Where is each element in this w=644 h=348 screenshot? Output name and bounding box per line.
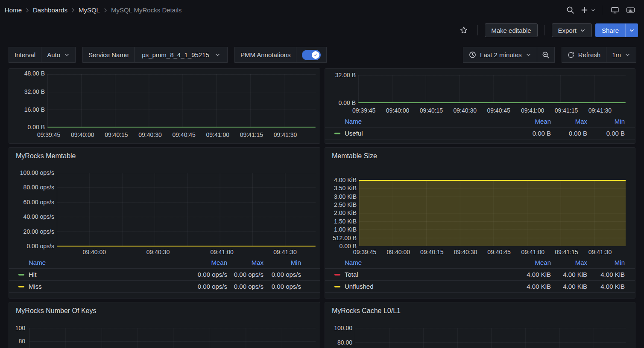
zoom-out-button[interactable] <box>537 47 555 63</box>
x-tick: 09:40:45 <box>487 107 510 114</box>
service-name-select[interactable]: ps_pmm_8_4_1_95215 <box>134 47 228 63</box>
panel-row-1: 48.00 B 32.00 B 16.00 B 0.00 B 09:39:45 … <box>9 68 635 144</box>
breadcrumb-separator-icon <box>24 7 30 13</box>
series-name[interactable]: Useful <box>345 130 363 137</box>
series-color-swatch <box>18 286 24 287</box>
panel-title[interactable]: Memtable Size <box>325 148 635 160</box>
star-icon[interactable] <box>457 23 471 37</box>
pmm-annotations-control: PMM Annotations ✓ <box>234 47 327 63</box>
series-color-swatch <box>18 274 24 276</box>
series-name[interactable]: Unflushed <box>345 283 374 290</box>
panel-title[interactable]: MyRocks Number Of Keys <box>9 302 320 315</box>
series-color-swatch <box>334 133 340 134</box>
legend-header-name[interactable]: Name <box>334 259 500 266</box>
keyboard-icon[interactable] <box>624 3 637 17</box>
panel-row-3: MyRocks Number Of Keys 100 80 MyRocks Ca… <box>9 302 635 348</box>
chevron-down-icon <box>625 52 630 58</box>
breadcrumb-dashboards[interactable]: Dashboards <box>33 6 67 14</box>
legend-header-max[interactable]: Max <box>227 259 263 266</box>
header-bar: Home Dashboards MySQL MySQL MyRocks Deta… <box>0 0 644 20</box>
y-tick: 2.00 KiB <box>334 209 357 216</box>
pmm-annotations-toggle[interactable]: ✓ <box>302 50 321 60</box>
panel-title[interactable]: MyRocks Memtable <box>9 148 320 160</box>
add-icon[interactable] <box>579 3 590 17</box>
search-icon[interactable] <box>563 3 577 17</box>
legend-row: Hit 0.00 ops/s 0.00 ops/s 0.00 ops/s <box>9 269 320 281</box>
breadcrumb-current-page: MySQL MyRocks Details <box>111 6 181 14</box>
dashboard-controls: Interval Auto Service Name ps_pmm_8_4_1_… <box>0 41 644 67</box>
series-name[interactable]: Hit <box>29 271 36 278</box>
time-range-picker[interactable]: Last 2 minutes <box>463 47 537 63</box>
y-tick: 100.00 <box>334 325 352 331</box>
chart-plot-area[interactable] <box>359 180 626 246</box>
chart-plot-area[interactable] <box>358 75 626 103</box>
x-tick: 09:40:15 <box>105 131 128 138</box>
x-axis: 09:39:45 09:40:00 09:40:15 09:40:30 09:4… <box>359 249 626 256</box>
make-editable-button[interactable]: Make editable <box>485 23 537 37</box>
chart-plot-area[interactable] <box>47 74 316 127</box>
breadcrumb-mysql[interactable]: MySQL <box>79 6 100 14</box>
panel-top-left: 48.00 B 32.00 B 16.00 B 0.00 B 09:39:45 … <box>9 68 320 144</box>
refresh-icon <box>568 52 574 58</box>
panel-title[interactable]: MyRocks Cache L0/L1 <box>325 302 635 315</box>
x-tick: 09:39:45 <box>353 249 377 255</box>
y-tick: 0.00 B <box>339 99 356 106</box>
share-dropdown-button[interactable] <box>625 23 638 37</box>
refresh-interval-select[interactable]: 1m <box>606 47 636 63</box>
legend-header-name[interactable]: Name <box>18 259 176 266</box>
pmm-annotations-label: PMM Annotations <box>234 47 297 63</box>
series-line-yellow <box>57 246 316 246</box>
legend-header: Name Mean Max Min <box>325 257 635 269</box>
panel-memtable-size: Memtable Size 4.00 KiB 3.50 KiB 3.00 KiB… <box>325 147 635 299</box>
chart-plot-area[interactable] <box>355 328 626 348</box>
x-axis: 09:39:45 09:40:00 09:40:15 09:40:30 09:4… <box>358 107 626 114</box>
x-tick: 09:39:45 <box>37 131 61 138</box>
share-button[interactable]: Share <box>595 23 625 37</box>
service-name-control: Service Name ps_pmm_8_4_1_95215 <box>82 47 228 63</box>
series-color-swatch <box>334 286 340 287</box>
monitor-icon[interactable] <box>608 3 622 17</box>
legend-header-mean[interactable]: Mean <box>176 259 227 266</box>
series-line-green <box>358 102 626 103</box>
chart-plot-area[interactable] <box>29 328 316 348</box>
panel-myrocks-cache-l0-l1: MyRocks Cache L0/L1 100.00 80.00 <box>325 302 635 348</box>
y-tick: 100 <box>15 325 25 331</box>
y-tick: 3.50 KiB <box>334 185 357 191</box>
chart-plot-area[interactable] <box>57 173 316 246</box>
y-tick: 3.00 KiB <box>334 193 357 200</box>
series-name[interactable]: Total <box>345 271 358 278</box>
series-area-yellow <box>359 180 626 246</box>
series-mean: 0.00 B <box>500 130 551 137</box>
add-menu-button[interactable] <box>579 3 596 17</box>
x-tick: 09:40:00 <box>386 107 410 114</box>
x-axis: 09:40:00 09:40:30 09:41:00 09:41:30 <box>57 249 316 256</box>
export-button[interactable]: Export <box>552 23 592 37</box>
series-mean: 4.00 KiB <box>500 271 551 278</box>
breadcrumb-home[interactable]: Home <box>5 6 22 14</box>
series-min: 0.00 ops/s <box>263 283 301 290</box>
y-axis: 100 80 <box>9 302 25 348</box>
interval-label: Interval <box>9 47 41 63</box>
series-min: 0.00 ops/s <box>263 271 301 278</box>
y-tick: 16.00 B <box>24 106 45 113</box>
x-tick: 09:39:45 <box>352 107 376 114</box>
dashboard-panels: 48.00 B 32.00 B 16.00 B 0.00 B 09:39:45 … <box>0 67 644 348</box>
header-actions <box>563 3 637 17</box>
chevron-down-icon <box>580 28 585 33</box>
legend-header-max[interactable]: Max <box>551 259 587 266</box>
legend-header-min[interactable]: Min <box>263 259 301 266</box>
y-tick: 1.00 KiB <box>334 226 357 233</box>
legend-header-min[interactable]: Min <box>587 259 625 266</box>
interval-select[interactable]: Auto <box>41 47 76 63</box>
series-name[interactable]: Miss <box>29 283 42 290</box>
refresh-button[interactable]: Refresh <box>562 47 607 63</box>
legend-header-mean[interactable]: Mean <box>500 118 551 125</box>
x-tick: 09:41:15 <box>555 249 578 255</box>
x-tick: 09:40:45 <box>172 131 196 138</box>
y-tick: 0.00 ops/s <box>26 243 54 249</box>
legend-row: Total 4.00 KiB 4.00 KiB 4.00 KiB <box>325 269 635 281</box>
legend-header-mean[interactable]: Mean <box>500 259 551 266</box>
legend-header-max[interactable]: Max <box>551 118 587 125</box>
legend-header-name[interactable]: Name <box>334 118 500 125</box>
legend-header-min[interactable]: Min <box>587 118 625 125</box>
